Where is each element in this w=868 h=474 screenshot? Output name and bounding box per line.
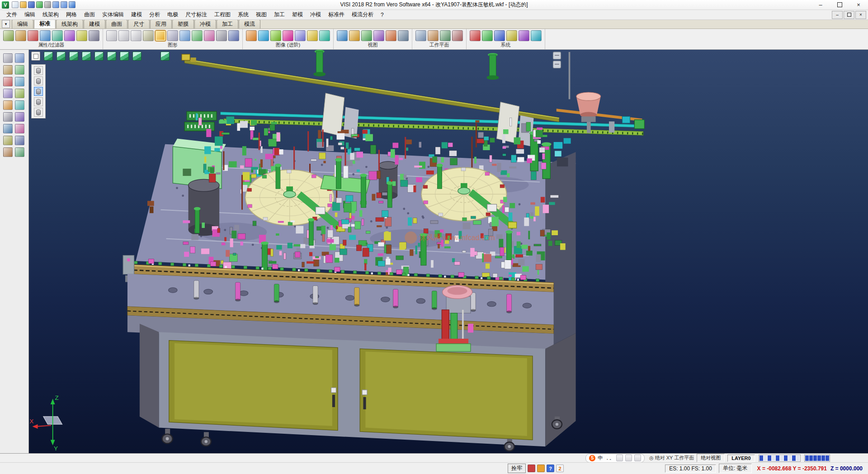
highlight-icon[interactable] [76,30,87,41]
mdi-minimize-button[interactable]: – [832,11,843,19]
save-icon[interactable] [28,1,35,8]
active-layer-status[interactable]: LAYER0 [727,455,755,462]
workplane-yz-icon[interactable] [440,30,451,41]
points-icon[interactable] [216,30,227,41]
texture-icon[interactable] [258,30,269,41]
layer-filter-icon[interactable] [40,30,51,41]
offset-icon[interactable] [3,100,13,110]
ime-lang-toggle[interactable]: 中 [598,455,603,461]
rotate-icon[interactable] [15,65,24,75]
snap-icon[interactable] [3,136,13,145]
viewport-3d[interactable]: 沐风网 www.mfcad.com Z Y X [29,50,868,453]
attribute-brush-icon[interactable] [15,30,26,41]
menu-item-编辑[interactable]: 编辑 [21,10,39,19]
new-doc-icon[interactable] [12,1,19,8]
menu-item-?[interactable]: ? [377,11,387,19]
tab-标准[interactable]: 标准 [34,19,56,28]
tab-编辑[interactable]: 编辑 [12,19,33,28]
mirror-icon[interactable] [15,77,24,86]
menu-item-曲面[interactable]: 曲面 [80,10,99,19]
window-select-icon[interactable] [15,53,24,63]
menu-item-冲模[interactable]: 冲模 [307,10,325,19]
tab-曲面[interactable]: 曲面 [106,19,127,28]
wireframe-mode-icon[interactable] [34,66,43,75]
red-tool-icon[interactable] [528,465,535,472]
properties-icon[interactable] [15,147,24,157]
close-button[interactable]: × [849,0,868,9]
pan-icon[interactable] [361,30,372,41]
material-icon[interactable] [307,30,318,41]
plugins-icon[interactable] [506,30,517,41]
menu-item-线架构[interactable]: 线架构 [39,10,62,19]
tab-冲模[interactable]: 冲模 [194,19,216,28]
menu-item-电极[interactable]: 电极 [164,10,182,19]
tab-加工[interactable]: 加工 [217,19,238,28]
type-filter-icon[interactable] [52,30,63,41]
toolbox-icon[interactable] [634,455,641,461]
zoom-fit-icon[interactable] [337,30,348,41]
tab-应用[interactable]: 应用 [150,19,172,28]
select-filter-icon[interactable] [3,30,14,41]
transparent-mode-icon[interactable] [34,108,43,117]
iso-view-3-button[interactable] [69,52,78,61]
render-mode-icon[interactable] [155,30,166,41]
orbit-icon[interactable] [373,30,384,41]
iso-view-1-button[interactable] [44,52,53,61]
viewport-widget[interactable] [553,52,561,68]
menu-item-分析[interactable]: 分析 [146,10,164,19]
menu-item-标准件[interactable]: 标准件 [325,10,348,19]
import-icon[interactable] [36,1,43,8]
shadow-icon[interactable] [295,30,306,41]
standard-view-button[interactable] [31,52,40,61]
tab-模流[interactable]: 模流 [239,19,260,28]
hidden-line-mode-icon[interactable] [34,97,43,106]
open-icon[interactable] [20,1,27,8]
menu-item-模流分析[interactable]: 模流分析 [348,10,377,19]
menu-item-文件[interactable]: 文件 [3,10,21,19]
print-icon[interactable] [44,1,51,8]
info-icon[interactable] [531,30,542,41]
iso-view-6-button[interactable] [107,52,116,61]
hide-icon[interactable] [3,147,13,157]
undo-icon[interactable] [52,1,59,8]
menu-item-建模[interactable]: 建模 [127,10,146,19]
surfaces-icon[interactable] [228,30,239,41]
reset-filter-icon[interactable] [89,30,99,41]
redo-icon[interactable] [61,1,67,8]
menu-item-系统[interactable]: 系统 [234,10,252,19]
named-view-icon[interactable] [398,30,409,41]
selection-color-bar[interactable] [804,455,830,462]
tab-线架构[interactable]: 线架构 [56,19,83,28]
view-mode-status[interactable]: 绝对视图 [697,454,725,462]
counter-badge[interactable]: 2 [556,465,564,472]
annotate-icon[interactable] [15,112,24,122]
help-badge-icon[interactable]: ? [547,465,554,472]
help-icon[interactable] [69,1,75,8]
menu-item-加工[interactable]: 加工 [270,10,288,19]
iso-view-2-button[interactable] [57,52,66,61]
ime-punct-toggle[interactable]: ，。 [605,455,614,461]
tab-dropdown-button[interactable]: ▾ [2,20,10,28]
workplane-xy-icon[interactable] [415,30,426,41]
shaded-mode-icon[interactable] [34,76,43,85]
curves-icon[interactable] [204,30,215,41]
move-icon[interactable] [3,65,13,75]
mdi-close-button[interactable]: × [855,11,866,19]
minimize-button[interactable]: – [811,0,830,9]
color-icon[interactable] [15,124,24,133]
layer-icon[interactable] [3,124,13,133]
menu-item-尺寸标注[interactable]: 尺寸标注 [182,10,211,19]
solid-icon[interactable] [143,30,154,41]
display-options-icon[interactable] [482,30,493,41]
units-status[interactable]: 单位: 毫米 [719,464,752,473]
select-icon[interactable] [3,53,13,63]
background-icon[interactable] [283,30,293,41]
menu-item-塑模[interactable]: 塑模 [288,10,307,19]
grid-icon[interactable] [15,136,24,145]
wireframe-icon[interactable] [106,30,117,41]
trim-icon[interactable] [3,89,13,98]
cylinder-icon[interactable] [131,30,142,41]
pattern-icon[interactable] [15,100,24,110]
mdi-restore-button[interactable] [844,11,854,19]
edges-icon[interactable] [192,30,203,41]
